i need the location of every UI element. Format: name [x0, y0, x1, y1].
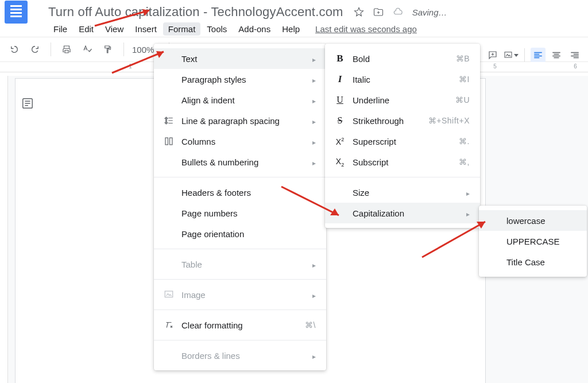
menu-file[interactable]: File: [48, 22, 72, 36]
menu-item-label: Strikethrough: [353, 116, 412, 126]
menu-divider: [154, 177, 326, 177]
menu-shortcut: ⌘B: [456, 54, 470, 63]
submenu-arrow-icon: [312, 116, 316, 126]
format-item-borders-lines: Borders & lines: [154, 345, 326, 366]
format-menu: TextParagraph stylesAlign & indentLine &…: [154, 44, 326, 370]
document-title[interactable]: Turn off Auto capitalization - Technolog…: [48, 5, 343, 20]
vertical-ruler[interactable]: [0, 76, 8, 383]
align-center-button[interactable]: [549, 48, 564, 63]
menu-item-label: Capitalization: [353, 208, 450, 218]
move-icon[interactable]: [373, 7, 384, 17]
submenu-arrow-icon: [312, 351, 316, 361]
menu-divider: [154, 279, 326, 280]
ruler-mark: 5: [493, 63, 497, 69]
menu-item-label: Bullets & numbering: [181, 157, 296, 167]
menu-item-label: Table: [181, 260, 296, 269]
menu-item-label: Page orientation: [181, 229, 316, 239]
format-item-text[interactable]: Text: [154, 48, 326, 69]
print-button[interactable]: [59, 42, 74, 57]
capitalization-submenu: lowercaseUPPERCASETitle Case: [479, 206, 587, 277]
menu-format[interactable]: Format: [163, 22, 201, 36]
menu-item-label: Page numbers: [181, 208, 316, 218]
text-submenu: BBold⌘BIItalic⌘IUUnderline⌘USStrikethrou…: [325, 44, 480, 228]
text-item-superscript[interactable]: X2Superscript⌘.: [325, 131, 480, 152]
text-item-size[interactable]: Size: [325, 182, 480, 203]
menu-divider: [325, 177, 480, 177]
paint-format-button[interactable]: [100, 42, 115, 57]
svg-rect-4: [165, 291, 173, 297]
menu-divider: [154, 310, 326, 310]
text-item-strikethrough[interactable]: SStrikethrough⌘+Shift+X: [325, 110, 480, 131]
insert-image-button[interactable]: [504, 48, 519, 63]
submenu-arrow-icon: [312, 54, 316, 64]
menu-item-label: lowercase: [506, 216, 577, 226]
menu-item-label: Columns: [181, 137, 296, 146]
document-outline-button[interactable]: [20, 95, 36, 111]
spellcheck-button[interactable]: [80, 42, 95, 57]
submenu-arrow-icon: [312, 75, 316, 84]
text-item-bold[interactable]: BBold⌘B: [325, 48, 480, 69]
menu-bar: File Edit View Insert Format Tools Add-o…: [0, 21, 588, 37]
submenu-arrow-icon: [466, 188, 470, 198]
capitalization-item-uppercase[interactable]: UPPERCASE: [479, 231, 587, 252]
google-docs-logo[interactable]: [5, 1, 28, 24]
text-item-underline[interactable]: UUnderline⌘U: [325, 90, 480, 110]
menu-tools[interactable]: Tools: [202, 22, 232, 36]
menu-shortcut: ⌘\: [305, 320, 316, 330]
format-item-line-paragraph-spacing[interactable]: Line & paragraph spacing: [154, 110, 326, 131]
menu-insert[interactable]: Insert: [130, 22, 162, 36]
format-item-paragraph-styles[interactable]: Paragraph styles: [154, 69, 326, 90]
submenu-arrow-icon: [312, 157, 316, 167]
format-item-bullets-numbering[interactable]: Bullets & numbering: [154, 152, 326, 172]
zoom-value: 100%: [132, 45, 154, 55]
menu-item-label: Clear formatting: [181, 320, 289, 330]
menu-help[interactable]: Help: [277, 22, 305, 36]
last-edit-link[interactable]: Last edit was seconds ago: [315, 24, 417, 34]
text-item-italic[interactable]: IItalic⌘I: [325, 69, 480, 90]
star-icon[interactable]: [354, 7, 364, 17]
S-icon: S: [333, 115, 347, 126]
insert-comment-button[interactable]: [485, 48, 500, 63]
menu-shortcut: ⌘I: [459, 75, 470, 84]
image-icon: [162, 289, 176, 300]
text-item-subscript[interactable]: X2Subscript⌘,: [325, 152, 480, 172]
submenu-arrow-icon: [312, 260, 316, 269]
format-item-page-numbers[interactable]: Page numbers: [154, 203, 326, 223]
menu-item-label: Size: [353, 188, 450, 198]
menu-item-label: Bold: [353, 54, 440, 64]
menu-item-label: Subscript: [353, 157, 443, 167]
menu-item-label: Paragraph styles: [181, 75, 296, 84]
svg-rect-2: [165, 138, 168, 145]
capitalization-item-lowercase[interactable]: lowercase: [479, 210, 587, 231]
menu-item-label: Title Case: [506, 257, 577, 267]
menu-addons[interactable]: Add-ons: [233, 22, 276, 36]
undo-button[interactable]: [7, 42, 22, 57]
format-item-align-indent[interactable]: Align & indent: [154, 90, 326, 110]
menu-item-label: Italic: [353, 75, 443, 84]
cloud-sync-icon: [393, 7, 403, 17]
menu-view[interactable]: View: [100, 22, 129, 36]
align-left-button[interactable]: [531, 48, 546, 63]
X2s-icon: X2: [333, 157, 347, 168]
menu-divider: [154, 340, 326, 341]
menu-item-label: Image: [181, 290, 296, 300]
format-item-headers-footers[interactable]: Headers & footers: [154, 182, 326, 203]
redo-button[interactable]: [28, 42, 42, 57]
menu-item-label: Align & indent: [181, 95, 296, 105]
menu-item-label: Borders & lines: [181, 351, 296, 361]
menu-shortcut: ⌘.: [459, 137, 470, 146]
align-right-button[interactable]: [567, 48, 582, 63]
menu-edit[interactable]: Edit: [74, 22, 99, 36]
capitalization-item-title-case[interactable]: Title Case: [479, 252, 587, 272]
format-item-clear-formatting[interactable]: Clear formatting⌘\: [154, 315, 326, 335]
svg-rect-3: [170, 138, 173, 145]
menu-item-label: UPPERCASE: [506, 237, 577, 246]
chevron-down-icon: [514, 54, 519, 57]
text-item-capitalization[interactable]: Capitalization: [325, 203, 480, 223]
X2-icon: X2: [333, 137, 347, 146]
menu-item-label: Line & paragraph spacing: [181, 116, 296, 126]
format-item-columns[interactable]: Columns: [154, 131, 326, 152]
format-item-page-orientation[interactable]: Page orientation: [154, 223, 326, 244]
submenu-arrow-icon: [312, 95, 316, 105]
format-item-table: Table: [154, 254, 326, 274]
